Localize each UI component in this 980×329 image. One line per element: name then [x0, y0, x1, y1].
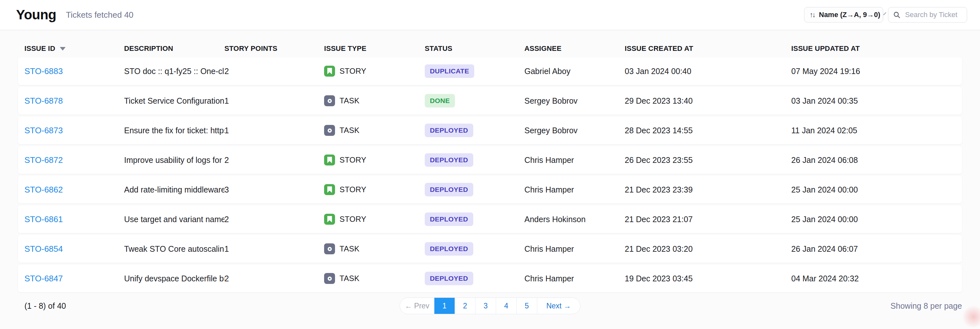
issue-type-cell: TASK: [324, 95, 425, 106]
story-points-value: 2: [224, 215, 324, 224]
issue-updated-at: 25 Jan 2024 00:00: [791, 215, 956, 224]
page-button-1[interactable]: 1: [434, 298, 455, 314]
issue-type-cell: STORY: [324, 155, 425, 166]
story-points-value: 1: [224, 244, 324, 254]
issue-type-cell: STORY: [324, 65, 425, 77]
sort-selected-value: Name (Z→A, 9→0): [819, 11, 880, 19]
story-icon: [324, 155, 335, 166]
issue-id-link[interactable]: STO-6862: [24, 185, 63, 195]
issue-type-label: STORY: [339, 67, 366, 76]
page-button-3[interactable]: 3: [475, 298, 496, 314]
next-page-button[interactable]: Next →: [537, 298, 580, 314]
task-icon: [324, 95, 335, 106]
column-header-issue-created-at: ISSUE CREATED AT: [625, 45, 791, 53]
table-row: STO-6862 Add rate-limiting middleware to…: [18, 176, 962, 203]
page-button-4[interactable]: 4: [496, 298, 516, 314]
issue-type-label: TASK: [339, 274, 360, 283]
issue-description: Ensure the fix for ticket: https://h...: [124, 126, 224, 135]
column-header-issue-id[interactable]: ISSUE ID: [24, 45, 124, 53]
story-points-value: 2: [224, 67, 324, 76]
story-icon: [324, 65, 335, 77]
issue-type-label: STORY: [339, 215, 366, 224]
story-points-value: 2: [224, 155, 324, 165]
tickets-fetched-label: Tickets fetched 40: [66, 10, 134, 20]
status-badge: DEPLOYED: [425, 272, 473, 285]
issue-updated-at: 07 May 2024 19:16: [791, 67, 956, 76]
status-badge: DEPLOYED: [425, 242, 473, 256]
issue-type-label: TASK: [339, 244, 360, 253]
issue-created-at: 26 Dec 2023 23:55: [625, 155, 791, 165]
assignee-name: Chris Hamper: [524, 185, 625, 195]
assignee-name: Chris Hamper: [524, 155, 625, 165]
assignee-name: Chris Hamper: [524, 274, 625, 283]
issue-type-cell: STORY: [324, 214, 425, 225]
search-box: [888, 7, 967, 22]
page-button-2[interactable]: 2: [455, 298, 475, 314]
issue-updated-at: 26 Jan 2024 06:07: [791, 244, 956, 254]
task-icon: [324, 125, 335, 136]
status-badge: DEPLOYED: [425, 124, 473, 137]
column-header-description: DESCRIPTION: [124, 45, 224, 53]
issue-id-link[interactable]: STO-6854: [24, 244, 63, 254]
assignee-name: Sergey Bobrov: [524, 126, 625, 135]
column-header-assignee: ASSIGNEE: [524, 45, 625, 53]
column-header-story-points: STORY POINTS: [224, 45, 324, 53]
sort-arrows-icon: ↑↓: [810, 11, 815, 19]
issue-id-link[interactable]: STO-6883: [24, 66, 63, 76]
page-button-5[interactable]: 5: [516, 298, 537, 314]
issue-type-label: STORY: [339, 185, 366, 194]
issue-description: Unify devspace Dockerfile build: [124, 274, 224, 283]
status-badge: DUPLICATE: [425, 64, 474, 78]
status-badge: DEPLOYED: [425, 212, 473, 226]
issue-created-at: 19 Dec 2023 03:45: [625, 274, 791, 283]
story-points-value: 3: [224, 185, 324, 195]
issue-description: Ticket Service Configuration: [124, 96, 224, 105]
table-row: STO-6854 Tweak STO Core autoscaling par.…: [18, 235, 962, 263]
table-row: STO-6861 Use target and variant name sea…: [18, 205, 962, 233]
table-row: STO-6872 Improve usability of logs for f…: [18, 146, 962, 174]
issue-description: Improve usability of logs for failur...: [124, 155, 224, 165]
table-footer: (1 - 8) of 40 ← Prev 12345Next → Showing…: [18, 295, 962, 316]
issue-type-cell: STORY: [324, 184, 425, 195]
prev-page-button[interactable]: ← Prev: [400, 298, 434, 314]
issue-id-link[interactable]: STO-6872: [24, 155, 63, 165]
issue-created-at: 29 Dec 2023 13:40: [625, 96, 791, 105]
table-area: ISSUE ID DESCRIPTION STORY POINTS ISSUE …: [0, 30, 980, 329]
issue-id-link[interactable]: STO-6847: [24, 274, 63, 283]
sort-dropdown[interactable]: ↑↓ Name (Z→A, 9→0): [804, 7, 883, 22]
issue-id-link[interactable]: STO-6878: [24, 96, 63, 105]
status-badge: DEPLOYED: [425, 153, 473, 167]
issue-updated-at: 03 Jan 2024 00:35: [791, 96, 956, 105]
issue-description: Add rate-limiting middleware to S...: [124, 185, 224, 195]
table-body: STO-6883 STO doc :: q1-fy25 :: One-click…: [18, 57, 962, 292]
story-points-value: 1: [224, 96, 324, 105]
search-icon: [893, 11, 900, 19]
header-controls: ↑↓ Name (Z→A, 9→0): [804, 7, 967, 22]
chevron-down-icon: [883, 12, 886, 15]
issue-updated-at: 25 Jan 2024 00:00: [791, 185, 956, 195]
search-input[interactable]: [904, 10, 963, 19]
issue-type-cell: TASK: [324, 125, 425, 136]
results-range-label: (1 - 8) of 40: [24, 301, 66, 311]
status-badge: DEPLOYED: [425, 183, 473, 196]
assignee-name: Chris Hamper: [524, 244, 625, 254]
column-header-issue-type: ISSUE TYPE: [324, 45, 425, 53]
task-icon: [324, 273, 335, 284]
table-row: STO-6847 Unify devspace Dockerfile build…: [18, 265, 962, 292]
column-header-label: ISSUE ID: [24, 45, 55, 53]
column-header-status: STATUS: [425, 45, 524, 53]
issue-type-label: STORY: [339, 155, 366, 164]
issue-type-label: TASK: [339, 126, 360, 135]
issue-created-at: 21 Dec 2023 03:20: [625, 244, 791, 254]
issue-created-at: 28 Dec 2023 14:55: [625, 126, 791, 135]
issue-description: STO doc :: q1-fy25 :: One-click e...: [124, 67, 224, 76]
issue-id-link[interactable]: STO-6861: [24, 214, 63, 224]
pagination: ← Prev 12345Next →: [400, 297, 580, 314]
task-icon: [324, 243, 335, 254]
issue-type-cell: TASK: [324, 243, 425, 254]
top-bar: Young Tickets fetched 40 ↑↓ Name (Z→A, 9…: [0, 0, 980, 30]
story-icon: [324, 184, 335, 195]
story-points-value: 1: [224, 126, 324, 135]
issue-id-link[interactable]: STO-6873: [24, 126, 63, 135]
table-row: STO-6873 Ensure the fix for ticket: http…: [18, 117, 962, 144]
